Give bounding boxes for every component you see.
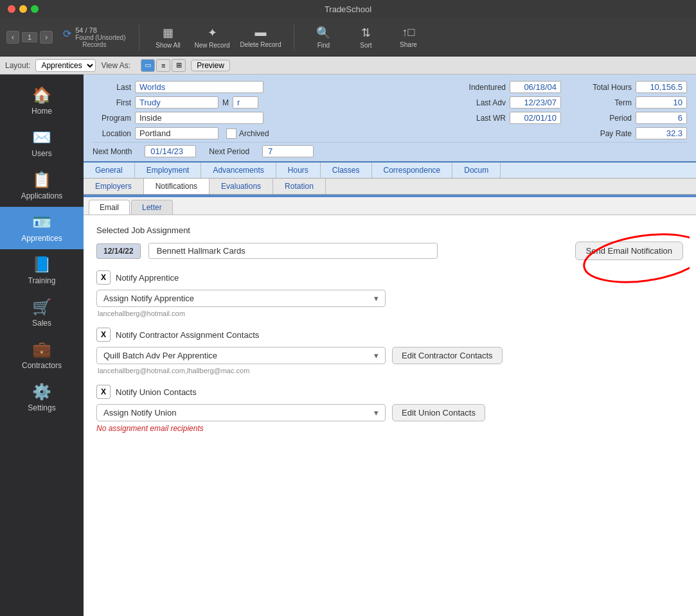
delete-record-button[interactable]: ▬ Delete Record <box>240 26 281 48</box>
fullscreen-button[interactable] <box>31 5 39 13</box>
sidebar-label-apprentices: Apprentices <box>21 234 62 243</box>
notify-contractor-dropdown[interactable]: Quill Batch Adv Per Apprentice ▾ <box>96 347 386 364</box>
sidebar-item-sales[interactable]: 🛒 Sales <box>0 292 84 334</box>
divider-2 <box>294 24 294 50</box>
sidebar-item-home[interactable]: 🏠 Home <box>0 80 84 122</box>
content-area: Last Worlds First Trudy M r Program Insi… <box>84 75 696 616</box>
term-value[interactable]: 10 <box>636 96 687 109</box>
notify-apprentice-toggle[interactable]: X <box>96 270 111 285</box>
records-info: ⟳ 54 / 78 Found (Unsorted) Records <box>63 26 125 48</box>
show-all-button[interactable]: ▦ Show All <box>152 26 184 49</box>
layout-select[interactable]: Apprentices <box>35 59 96 72</box>
tab-letter[interactable]: Letter <box>131 200 173 215</box>
sort-button[interactable]: ⇅ Sort <box>350 26 382 49</box>
notify-apprentice-label: Notify Apprentice <box>116 273 179 283</box>
sidebar-item-users[interactable]: ✉️ Users <box>0 122 84 164</box>
new-record-button[interactable]: ✦ New Record <box>195 26 230 49</box>
tab-correspondence[interactable]: Correspondence <box>372 163 453 178</box>
location-label: Location <box>93 129 131 138</box>
edit-union-contacts-button[interactable]: Edit Union Contacts <box>392 404 485 421</box>
archived-area: Archived <box>226 128 269 139</box>
notify-apprentice-row: X Notify Apprentice <box>96 270 683 285</box>
last-name-value[interactable]: Worlds <box>135 81 263 93</box>
period-value[interactable]: 6 <box>636 112 687 124</box>
sidebar-item-training[interactable]: 📘 Training <box>0 249 84 292</box>
tab-docum[interactable]: Docum <box>452 163 501 178</box>
find-label: Find <box>317 42 330 49</box>
tab-hours[interactable]: Hours <box>276 163 321 178</box>
notify-contractor-dropdown-value: Quill Batch Adv Per Apprentice <box>103 351 217 360</box>
show-all-icon: ▦ <box>163 26 174 40</box>
close-button[interactable] <box>8 5 15 13</box>
tab-employers[interactable]: Employers <box>84 179 144 194</box>
indentured-row: Indentured 06/18/04 <box>448 81 561 93</box>
records-count: 54 / 78 <box>75 26 125 34</box>
last-adv-value[interactable]: 12/23/07 <box>510 96 561 109</box>
sidebar-item-applications[interactable]: 📋 Applications <box>0 164 84 207</box>
notify-union-dropdown-row: Assign Notify Union ▾ Edit Union Contact… <box>96 404 683 421</box>
view-list-button[interactable]: ≡ <box>156 59 170 72</box>
notifications-content: Selected Job Assignment 12/14/22 Bennett… <box>84 215 696 616</box>
notify-union-toggle[interactable]: X <box>96 385 111 399</box>
sidebar-item-apprentices[interactable]: 🪪 Apprentices <box>0 207 84 249</box>
view-form-button[interactable]: ▭ <box>141 59 155 72</box>
find-button[interactable]: 🔍 Find <box>307 26 339 49</box>
mi-label: M <box>222 98 229 107</box>
last-wr-value[interactable]: 02/01/10 <box>510 112 561 124</box>
period-row: Period 6 <box>574 112 687 124</box>
search-icon: 🔍 <box>316 26 330 40</box>
last-name-row: Last Worlds <box>93 81 435 93</box>
indentured-value[interactable]: 06/18/04 <box>510 81 561 93</box>
tab-notifications[interactable]: Notifications <box>144 179 210 194</box>
tab-email[interactable]: Email <box>89 200 130 215</box>
record-navigation: ‹ 1 › <box>6 31 53 44</box>
tab-classes[interactable]: Classes <box>321 163 372 178</box>
tab-rotation[interactable]: Rotation <box>273 179 326 194</box>
view-table-button[interactable]: ⊞ <box>172 59 186 72</box>
notify-contractor-toggle[interactable]: X <box>96 328 111 342</box>
first-name-value[interactable]: Trudy <box>135 96 219 109</box>
sidebar-label-training: Training <box>28 276 56 285</box>
send-email-button[interactable]: Send Email Notification <box>575 242 683 260</box>
notify-union-dropdown[interactable]: Assign Notify Union ▾ <box>96 404 386 421</box>
program-label: Program <box>93 114 131 123</box>
preview-button[interactable]: Preview <box>191 60 230 71</box>
notify-apprentice-dropdown[interactable]: Assign Notify Apprentice ▾ <box>96 290 386 307</box>
next-month-value[interactable]: 01/14/23 <box>145 145 196 157</box>
last-wr-row: Last WR 02/01/10 <box>448 112 561 124</box>
notify-apprentice-email: lancehallberg@hotmail.com <box>96 310 683 317</box>
record-slider[interactable]: 1 <box>22 32 37 42</box>
mi-value[interactable]: r <box>233 96 258 109</box>
notify-contractor-dropdown-row: Quill Batch Adv Per Apprentice ▾ Edit Co… <box>96 347 683 364</box>
edit-contractor-contacts-button[interactable]: Edit Contractor Contacts <box>392 347 503 364</box>
tab-evaluations[interactable]: Evaluations <box>210 179 273 194</box>
next-period-value[interactable]: 7 <box>262 145 314 157</box>
users-icon: ✉️ <box>32 128 51 146</box>
prev-record-button[interactable]: ‹ <box>6 31 19 44</box>
share-button[interactable]: ↑□ Share <box>392 26 424 48</box>
archived-checkbox[interactable] <box>226 128 236 139</box>
pay-rate-value[interactable]: 32.3 <box>636 127 687 139</box>
last-adv-row: Last Adv 12/23/07 <box>448 96 561 109</box>
sidebar-item-settings[interactable]: ⚙️ Settings <box>0 376 84 419</box>
program-row: Program Inside <box>93 112 435 124</box>
next-record-button[interactable]: › <box>40 31 53 44</box>
share-icon: ↑□ <box>402 26 415 39</box>
new-record-label: New Record <box>195 42 230 49</box>
total-hours-value[interactable]: 10,156.5 <box>636 81 687 93</box>
program-value[interactable]: Inside <box>135 112 263 124</box>
sort-label: Sort <box>360 42 371 49</box>
tab-advancements[interactable]: Advancements <box>201 163 276 178</box>
minimize-button[interactable] <box>19 5 27 13</box>
email-letter-tab-bar: Email Letter <box>84 197 696 215</box>
job-date[interactable]: 12/14/22 <box>96 243 141 259</box>
training-icon: 📘 <box>32 256 51 274</box>
sidebar: 🏠 Home ✉️ Users 📋 Applications 🪪 Apprent… <box>0 75 84 616</box>
sub-tab-bar-1: Employers Notifications Evaluations Rota… <box>84 179 696 195</box>
job-name[interactable]: Bennett Hallmark Cards <box>148 243 438 259</box>
sidebar-item-contractors[interactable]: 💼 Contractors <box>0 334 84 376</box>
tab-employment[interactable]: Employment <box>135 163 202 178</box>
location-value[interactable]: Portland <box>135 127 219 139</box>
apprentices-icon: 🪪 <box>32 213 51 231</box>
tab-general[interactable]: General <box>84 163 135 178</box>
